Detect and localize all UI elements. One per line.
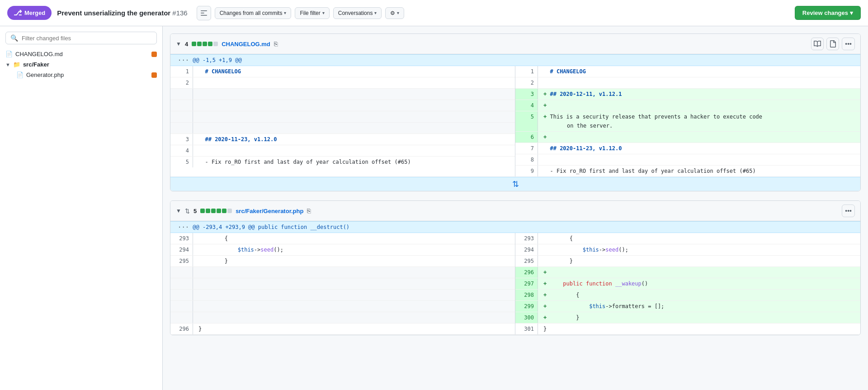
move-icon: ⇅ xyxy=(185,208,190,214)
sidebar-filename-changelog: CHANGELOG.md xyxy=(15,51,63,57)
line-number: 5 xyxy=(170,157,193,167)
file-filter-button[interactable]: File filter ▾ xyxy=(295,7,329,19)
diff-row-empty xyxy=(170,100,515,111)
expand-context-icon[interactable]: ··· xyxy=(174,57,193,64)
diff-row: 293 { xyxy=(515,233,860,244)
line-code: $this->seed(); xyxy=(193,244,515,255)
expand-icon[interactable]: ⇅ xyxy=(512,179,519,189)
topbar: ⎇ Merged Prevent unserializing the gener… xyxy=(0,0,868,26)
collapse-toggle-generator[interactable]: ▼ xyxy=(176,208,181,214)
diff-row: 5 - Fix ro_RO first and last day of year… xyxy=(170,157,515,167)
line-number: 296 xyxy=(515,267,538,278)
file-search-container[interactable]: 🔍 xyxy=(5,32,157,44)
more-options-button-generator[interactable]: ••• xyxy=(842,205,855,217)
line-number: 301 xyxy=(515,323,538,334)
search-input[interactable] xyxy=(22,35,152,42)
line-number: 1 xyxy=(170,66,193,77)
settings-button[interactable]: ⚙ ▾ xyxy=(385,7,404,19)
topbar-controls: Changes from all commits ▾ File filter ▾… xyxy=(197,6,405,20)
expand-context-icon-gen[interactable]: ··· xyxy=(174,224,193,231)
sidebar: 🔍 📄 CHANGELOG.md ▼ 📁 src/Faker 📄 Generat… xyxy=(0,26,163,390)
line-number: 2 xyxy=(515,77,538,88)
diff-row: 301 } xyxy=(515,323,860,334)
diff-row-empty xyxy=(170,312,515,323)
hunk-info-generator: @@ -293,4 +293,9 @@ public function __de… xyxy=(193,224,349,230)
line-code: - Fix ro_RO first and last day of year c… xyxy=(193,157,515,167)
line-number: 4 xyxy=(170,145,193,156)
diff-header-actions: ••• xyxy=(811,38,855,50)
line-code: } xyxy=(193,323,515,334)
line-code xyxy=(193,278,515,289)
line-code xyxy=(193,267,515,278)
changes-label: Changes from all commits xyxy=(220,10,283,16)
diff-right-generator: 293 { 294 $this->seed(); 295 } 296 xyxy=(515,233,860,334)
line-number: 9 xyxy=(515,166,538,176)
sidebar-folder-src-faker[interactable]: ▼ 📁 src/Faker xyxy=(0,59,162,70)
copy-filename-button-generator[interactable]: ⎘ xyxy=(307,207,311,214)
line-number xyxy=(170,290,193,300)
hunk-info-changelog: @@ -1,5 +1,9 @@ xyxy=(193,57,241,63)
diff-bar-green xyxy=(197,42,202,46)
line-number: 3 xyxy=(515,89,538,100)
sidebar-foldername: src/Faker xyxy=(23,61,49,68)
diff-bar-grey xyxy=(227,209,232,213)
conversations-label: Conversations xyxy=(338,10,373,16)
chevron-down-icon: ▼ xyxy=(5,62,10,67)
line-number: 4 xyxy=(515,100,538,111)
line-number: 3 xyxy=(170,134,193,145)
conversations-chevron-icon: ▾ xyxy=(374,10,377,15)
line-code: + ## 2020-12-11, v1.12.1 xyxy=(538,89,860,100)
diff-row-empty xyxy=(170,111,515,123)
copy-filename-button[interactable]: ⎘ xyxy=(274,40,278,48)
line-number: 298 xyxy=(515,290,538,300)
review-changes-button[interactable]: Review changes ▾ xyxy=(795,6,861,20)
diff-bar-grey xyxy=(213,42,218,46)
line-number: 297 xyxy=(515,278,538,289)
line-code: + This is a security release that preven… xyxy=(538,111,860,131)
diff-filename-generator: src/Faker/Generator.php xyxy=(236,208,303,214)
split-diff-changelog: 1 # CHANGELOG 2 xyxy=(170,66,860,177)
changed-badge-changelog xyxy=(151,52,157,57)
line-code xyxy=(538,77,860,88)
line-number: 1 xyxy=(515,66,538,77)
line-number: 295 xyxy=(515,256,538,266)
diff-row-empty xyxy=(170,301,515,312)
diff-section-generator: ▼ ⇅ 5 src/Faker/Generator.php ⎘ ••• xyxy=(170,200,861,335)
diff-bar-green xyxy=(206,209,210,213)
view-file-button[interactable] xyxy=(826,38,839,50)
line-code: } xyxy=(538,256,860,266)
diff-bar-green xyxy=(222,209,226,213)
line-code: + xyxy=(538,267,860,278)
diff-row: 294 $this->seed(); xyxy=(515,244,860,256)
line-code xyxy=(193,290,515,300)
toggle-sidebar-button[interactable] xyxy=(197,6,211,20)
diff-row-empty xyxy=(170,290,515,301)
sidebar-item-changelog[interactable]: 📄 CHANGELOG.md xyxy=(0,49,162,59)
diff-row: 1 # CHANGELOG xyxy=(515,66,860,77)
file-filter-chevron-icon: ▾ xyxy=(322,10,325,15)
view-code-button[interactable] xyxy=(811,38,824,50)
diff-row: 2 xyxy=(515,77,860,89)
diff-row: 1 # CHANGELOG xyxy=(170,66,515,77)
changes-from-commits-button[interactable]: Changes from all commits ▾ xyxy=(215,7,292,19)
expand-bottom-changelog[interactable]: ⇅ xyxy=(170,177,860,191)
search-icon: 🔍 xyxy=(10,34,18,42)
diff-content: ▼ 4 CHANGELOG.md ⎘ xyxy=(163,26,868,390)
diff-header-changelog: ▼ 4 CHANGELOG.md ⎘ xyxy=(170,34,860,54)
line-code: { xyxy=(193,233,515,244)
diff-row-added: 5 + This is a security release that prev… xyxy=(515,111,860,132)
folder-icon: 📁 xyxy=(13,61,20,68)
merged-label: Merged xyxy=(24,10,45,16)
collapse-toggle-changelog[interactable]: ▼ xyxy=(176,41,181,47)
diff-row: 295 } xyxy=(170,256,515,267)
line-code xyxy=(538,154,860,165)
line-code: { xyxy=(538,233,860,244)
conversations-button[interactable]: Conversations ▾ xyxy=(333,7,382,19)
diff-row-added: 300 + } xyxy=(515,312,860,323)
sidebar-item-generator[interactable]: 📄 Generator.php xyxy=(0,70,162,80)
changed-badge-generator xyxy=(151,72,157,78)
pr-title: Prevent unserializing the generator #136 xyxy=(57,9,187,17)
line-code: $this->seed(); xyxy=(538,244,860,255)
more-options-button[interactable]: ••• xyxy=(842,38,855,50)
diff-bar-green xyxy=(208,42,212,46)
